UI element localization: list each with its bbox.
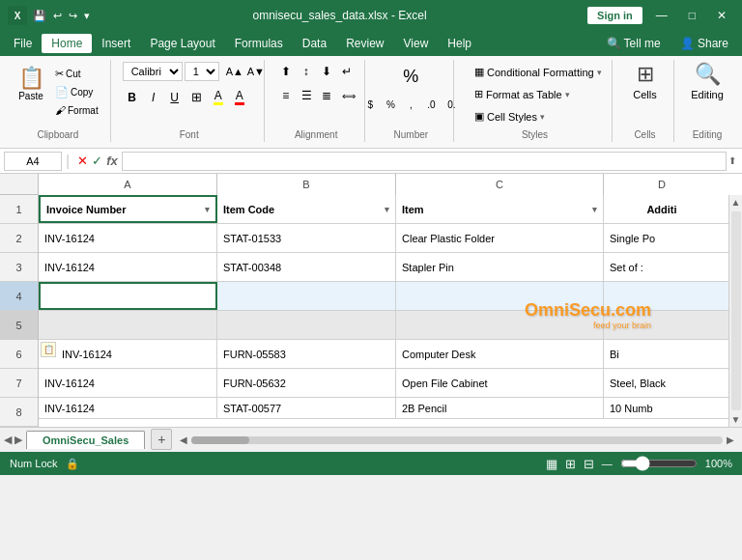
- align-top-button[interactable]: ⬆: [276, 62, 296, 81]
- cell-c7[interactable]: Open File Cabinet: [396, 369, 604, 397]
- cell-b4[interactable]: [217, 282, 396, 310]
- align-right-button[interactable]: ≣: [317, 86, 336, 105]
- wrap-text-button[interactable]: ↵: [337, 62, 357, 81]
- save-button[interactable]: 💾: [31, 8, 48, 24]
- row-num-6[interactable]: 6: [0, 340, 38, 369]
- cell-styles-button[interactable]: ▣ Cell Styles ▾: [466, 106, 604, 126]
- cell-a7[interactable]: INV-16124: [39, 369, 217, 397]
- cell-a8[interactable]: INV-16124: [39, 398, 217, 418]
- menu-formulas[interactable]: Formulas: [225, 34, 293, 53]
- customize-button[interactable]: ▾: [82, 8, 92, 24]
- font-color-button[interactable]: A: [230, 86, 249, 108]
- hscroll-left-button[interactable]: ◀: [180, 434, 187, 445]
- row-num-5[interactable]: 5: [0, 311, 38, 340]
- row-num-1[interactable]: 1: [0, 195, 38, 224]
- page-layout-view-button[interactable]: ⊞: [565, 457, 576, 471]
- cell-a1[interactable]: Invoice Number ▾: [39, 195, 217, 223]
- increase-font-button[interactable]: A▲: [221, 63, 241, 80]
- cell-c8[interactable]: 2B Pencil: [396, 398, 604, 418]
- cell-b7[interactable]: FURN-05632: [217, 369, 396, 397]
- menu-file[interactable]: File: [4, 34, 42, 53]
- font-name-dropdown[interactable]: Calibri: [123, 62, 183, 81]
- menu-share[interactable]: 👤 Share: [671, 34, 738, 53]
- col-header-b[interactable]: B: [217, 174, 396, 195]
- row-num-8[interactable]: 8: [0, 398, 38, 427]
- cell-d4[interactable]: [604, 282, 720, 310]
- cell-b1[interactable]: Item Code ▾: [217, 195, 396, 223]
- menu-page-layout[interactable]: Page Layout: [140, 34, 224, 53]
- filter-a1[interactable]: ▾: [205, 205, 210, 214]
- fill-color-button[interactable]: A: [209, 86, 228, 108]
- cell-c6[interactable]: Computer Desk: [396, 340, 604, 368]
- merge-cells-button[interactable]: ⟺: [337, 86, 357, 105]
- cell-d3[interactable]: Set of :: [604, 253, 720, 281]
- scroll-down-arrow[interactable]: ▼: [729, 412, 742, 427]
- border-button[interactable]: ⊞: [186, 87, 207, 107]
- cell-a4[interactable]: [39, 282, 217, 310]
- cell-d8[interactable]: 10 Numb: [604, 398, 720, 418]
- sign-in-button[interactable]: Sign in: [587, 7, 642, 24]
- confirm-formula-button[interactable]: ✓: [92, 154, 102, 168]
- horizontal-scroll-track[interactable]: [191, 436, 723, 444]
- comma-button[interactable]: ,: [401, 97, 420, 113]
- undo-button[interactable]: ↩: [51, 8, 64, 24]
- cut-button[interactable]: ✂Cut: [51, 66, 102, 82]
- bold-button[interactable]: B: [123, 88, 142, 107]
- accounting-button[interactable]: $: [360, 97, 380, 113]
- cell-d7[interactable]: Steel, Black: [604, 369, 720, 397]
- menu-home[interactable]: Home: [42, 34, 92, 53]
- percent-button[interactable]: %: [381, 97, 400, 113]
- page-break-view-button[interactable]: ⊟: [584, 457, 594, 471]
- number-format-big-button[interactable]: %: [392, 62, 429, 92]
- cell-a2[interactable]: INV-16124: [39, 224, 217, 252]
- cell-c3[interactable]: Stapler Pin: [396, 253, 604, 281]
- vertical-scrollbar[interactable]: ▲ ▼: [728, 195, 742, 427]
- hscroll-right-button[interactable]: ▶: [727, 434, 734, 445]
- increase-decimal-button[interactable]: .0: [421, 97, 441, 113]
- menu-review[interactable]: Review: [336, 34, 393, 53]
- row-num-3[interactable]: 3: [0, 253, 38, 282]
- cell-b5[interactable]: [217, 311, 396, 339]
- add-sheet-button[interactable]: +: [151, 429, 172, 450]
- sheet-tab-omnisecu[interactable]: OmniSecu_Sales: [26, 431, 145, 449]
- cell-a5[interactable]: [39, 311, 217, 339]
- menu-insert[interactable]: Insert: [92, 34, 140, 53]
- row-num-4[interactable]: 4: [0, 282, 38, 311]
- conditional-formatting-button[interactable]: ▦ Conditional Formatting ▾: [466, 62, 604, 82]
- decrease-font-button[interactable]: A▼: [243, 63, 262, 80]
- scroll-track[interactable]: [731, 211, 741, 410]
- cell-a3[interactable]: INV-16124: [39, 253, 217, 281]
- scroll-tabs-left[interactable]: ◀: [4, 434, 12, 446]
- redo-button[interactable]: ↪: [67, 8, 79, 24]
- cell-b2[interactable]: STAT-01533: [217, 224, 396, 252]
- menu-view[interactable]: View: [394, 34, 439, 53]
- row-num-7[interactable]: 7: [0, 369, 38, 398]
- maximize-button[interactable]: □: [681, 5, 703, 26]
- cell-c5[interactable]: [396, 311, 604, 339]
- normal-view-button[interactable]: ▦: [546, 457, 557, 471]
- font-size-dropdown[interactable]: 11: [185, 62, 219, 81]
- cell-c1[interactable]: Item ▾: [396, 195, 604, 223]
- menu-data[interactable]: Data: [293, 34, 336, 53]
- menu-help[interactable]: Help: [438, 34, 481, 53]
- close-button[interactable]: ✕: [709, 5, 734, 26]
- cell-d5[interactable]: [604, 311, 720, 339]
- formula-input[interactable]: [122, 152, 727, 171]
- scroll-up-arrow[interactable]: ▲: [729, 195, 742, 210]
- cell-b8[interactable]: STAT-00577: [217, 398, 396, 418]
- filter-c1[interactable]: ▾: [592, 205, 597, 214]
- menu-tell-me[interactable]: 🔍 Tell me: [597, 34, 671, 53]
- cell-c4[interactable]: [396, 282, 604, 310]
- align-middle-button[interactable]: ↕: [297, 62, 316, 81]
- cell-b3[interactable]: STAT-00348: [217, 253, 396, 281]
- minimize-button[interactable]: —: [648, 5, 675, 26]
- italic-button[interactable]: I: [144, 88, 163, 107]
- align-center-button[interactable]: ☰: [297, 86, 316, 105]
- collapse-formula-button[interactable]: ⬆: [727, 154, 738, 168]
- copy-button[interactable]: 📄Copy: [51, 84, 102, 100]
- col-header-c[interactable]: C: [396, 174, 604, 195]
- zoom-slider[interactable]: [620, 456, 698, 471]
- cell-a6[interactable]: 📋 INV-16124: [39, 340, 217, 368]
- format-painter-button[interactable]: 🖌Format: [51, 102, 102, 118]
- align-left-button[interactable]: ≡: [276, 86, 296, 105]
